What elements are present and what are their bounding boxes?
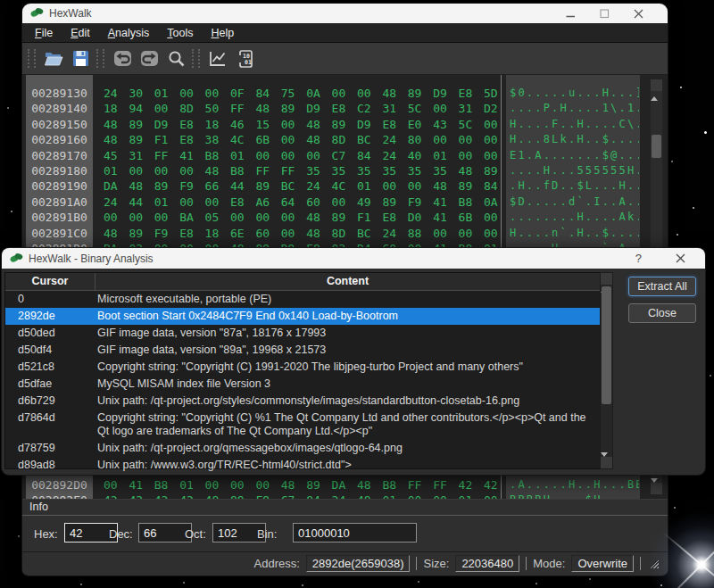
hex-row[interactable]: 002891401894008D50FF4889D9E8C2315C0031D2… — [22, 101, 668, 116]
analysis-table-row[interactable]: d5dfaeMySQL MISAM index file Version 3 — [5, 376, 600, 393]
hex-byte[interactable]: 35 — [408, 163, 433, 178]
hex-byte[interactable]: E8 — [332, 101, 357, 116]
toolbar-drag-handle[interactable] — [192, 49, 200, 68]
hex-byte[interactable]: 18 — [104, 101, 129, 116]
hex-row[interactable]: 002892E0424242424889F9C78424480100000100… — [22, 493, 668, 499]
hex-byte[interactable]: 48 — [281, 477, 306, 493]
hex-byte[interactable]: B8 — [205, 148, 230, 163]
hex-byte[interactable]: A6 — [255, 195, 280, 210]
help-icon[interactable]: ? — [635, 252, 642, 265]
hex-byte[interactable]: BA — [179, 210, 204, 225]
hex-byte[interactable]: 00 — [382, 178, 407, 194]
hex-byte[interactable]: 35 — [332, 163, 357, 178]
hex-byte[interactable]: 89 — [129, 226, 154, 241]
hex-byte[interactable]: 48 — [433, 178, 458, 194]
hex-byte[interactable]: 00 — [433, 493, 458, 499]
hex-byte[interactable]: 48 — [357, 477, 382, 493]
hex-byte[interactable]: 00 — [129, 163, 154, 178]
hex-row[interactable]: 00289190DA4889F9664489BC244C010000488984… — [22, 178, 668, 194]
hex-byte[interactable]: 41 — [433, 195, 458, 210]
hex-byte[interactable]: 89 — [484, 163, 509, 178]
hex-byte[interactable]: 43 — [433, 117, 458, 132]
hex-row[interactable]: 0028913024300100000F84750A00004889D9E85D… — [22, 86, 668, 101]
hex-byte[interactable]: 35 — [357, 163, 382, 178]
hex-byte[interactable]: 4C — [230, 132, 255, 147]
maximize-button[interactable] — [600, 9, 610, 19]
hex-byte[interactable]: 31 — [382, 101, 407, 116]
hex-byte[interactable]: 00 — [179, 195, 204, 210]
ascii-text[interactable]: H....n`.H..$.... — [510, 226, 639, 241]
hex-byte[interactable]: 42 — [154, 493, 179, 499]
hex-byte[interactable]: 89 — [129, 132, 154, 147]
hex-byte[interactable]: 41 — [433, 210, 458, 225]
hex-byte[interactable]: 46 — [230, 117, 255, 132]
hex-byte[interactable]: 00 — [459, 132, 484, 147]
analysis-table-row[interactable]: d89ad8Unix path: /www.w3.org/TR/REC-html… — [5, 457, 600, 474]
hex-byte[interactable]: 48 — [306, 117, 331, 132]
hex-byte[interactable]: 8D — [179, 101, 204, 116]
hex-byte[interactable]: FF — [408, 477, 433, 493]
hex-byte[interactable]: 00 — [281, 148, 306, 163]
ascii-text[interactable]: ....P.H....1\.1. — [510, 101, 639, 116]
analysis-table-row[interactable]: d50df4GIF image data, version "89a", 199… — [5, 342, 600, 359]
hex-byte[interactable]: 4C — [332, 178, 357, 194]
hex-byte[interactable]: D9 — [357, 117, 382, 132]
hex-byte[interactable]: 00 — [357, 86, 382, 101]
hex-byte[interactable]: 00 — [281, 132, 306, 147]
hex-byte[interactable]: 89 — [281, 101, 306, 116]
hex-byte[interactable]: 00 — [154, 101, 179, 116]
toolbar-drag-handle[interactable] — [28, 49, 36, 68]
menu-help[interactable]: Help — [202, 25, 243, 41]
hex-byte[interactable]: 35 — [433, 163, 458, 178]
hex-byte[interactable]: 84 — [306, 493, 331, 499]
dialog-scrollbar-thumb[interactable] — [602, 286, 611, 404]
hex-byte[interactable]: 50 — [205, 101, 230, 116]
hex-byte[interactable]: B8 — [459, 195, 484, 210]
hex-byte[interactable]: 24 — [332, 493, 357, 499]
hex-byte[interactable]: DA — [332, 477, 357, 493]
hex-byte[interactable]: 18 — [205, 117, 230, 132]
mode-value[interactable]: Overwrite — [571, 555, 634, 572]
hex-byte[interactable]: 48 — [382, 86, 407, 101]
hex-byte[interactable]: 01 — [104, 163, 129, 178]
hex-byte[interactable]: D9 — [154, 117, 179, 132]
hex-byte[interactable]: 00 — [459, 226, 484, 241]
hex-byte[interactable]: 00 — [154, 210, 179, 225]
hex-byte[interactable]: 94 — [129, 101, 154, 116]
hex-row[interactable]: 002891C04889F9E8186E6000488DBC2488000000… — [22, 226, 668, 241]
hex-byte[interactable]: FF — [255, 163, 280, 178]
hex-byte[interactable]: F9 — [255, 493, 280, 499]
hex-row[interactable]: 002891504889D9E8184615004889D9E8E0435C00… — [22, 117, 668, 132]
search-button[interactable] — [162, 46, 189, 71]
hex-byte[interactable]: 0A — [484, 195, 509, 210]
hex-byte[interactable]: 60 — [255, 226, 280, 241]
hex-byte[interactable]: E8 — [382, 210, 407, 225]
main-titlebar[interactable]: HexWalk — [22, 4, 668, 23]
hex-byte[interactable]: 18 — [205, 226, 230, 241]
hex-byte[interactable]: F9 — [408, 195, 433, 210]
dec-value-input[interactable] — [138, 523, 192, 542]
hex-byte[interactable]: 89 — [382, 195, 407, 210]
resize-grip[interactable] — [649, 559, 659, 568]
hex-byte[interactable]: 00 — [408, 178, 433, 194]
hex-byte[interactable]: 66 — [205, 178, 230, 194]
undo-button[interactable] — [109, 46, 136, 71]
hex-byte[interactable]: 48 — [129, 178, 154, 194]
scroll-up-icon[interactable] — [651, 79, 662, 91]
hex-byte[interactable]: 89 — [230, 493, 255, 499]
hex-row[interactable]: 002891604889F1E8384C6B00488DBC2480000000… — [22, 132, 668, 147]
hex-byte[interactable]: FF — [433, 477, 458, 493]
hex-byte[interactable]: D2 — [484, 101, 509, 116]
hex-byte[interactable]: BC — [281, 178, 306, 194]
hex-byte[interactable]: 31 — [459, 101, 484, 116]
redo-button[interactable] — [136, 46, 162, 71]
hex-byte[interactable]: 00 — [433, 132, 458, 147]
menu-file[interactable]: File — [26, 25, 62, 41]
hex-row[interactable]: 002891B0000000BA050000004889F1E8D0416B00… — [22, 210, 668, 225]
scroll-down-icon[interactable] — [651, 483, 662, 494]
hex-byte[interactable]: 24 — [306, 178, 331, 194]
hex-byte[interactable]: 48 — [459, 163, 484, 178]
analysis-table-row[interactable]: d7864dCopyright string: "Copyright (C) %… — [5, 410, 600, 440]
hex-byte[interactable]: 41 — [129, 477, 154, 493]
analysis-table-row[interactable]: d78759Unix path: /qt-project.org/qmessag… — [5, 440, 600, 457]
